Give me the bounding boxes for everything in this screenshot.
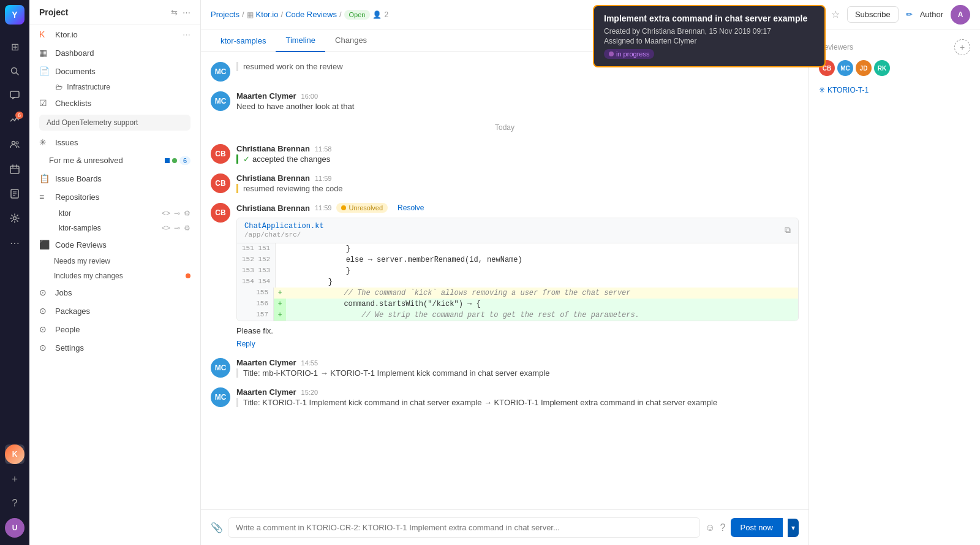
breadcrumb-org-icon: ▦ [247,10,254,19]
line-nums: 155 [237,288,274,299]
copy-icon[interactable]: ⧉ [785,226,791,235]
ktor-logo-icon: K [5,444,24,464]
post-now-button[interactable]: Post now [731,518,783,537]
svg-point-13 [13,217,17,220]
topbar: Projects / ▦ Ktor.io / Code Reviews / Op… [201,0,980,29]
ticket-link-text: KTORIO-T-1 [827,86,869,94]
ktor-project-icon[interactable]: K [5,444,24,464]
comment-input[interactable] [228,517,700,538]
project-more-icon[interactable]: ⋯ [183,30,190,39]
date-divider: Today [201,116,809,139]
sidebar-item-packages[interactable]: ⊙ Packages [29,302,200,320]
people-icon: ⊙ [39,324,50,334]
line-content: // The command `kick` allows removing a … [286,288,798,299]
msg3-author: Christiana Brennan [236,144,310,153]
line-content: else → server.memberRenamed(id, newName) [288,254,798,265]
code-reviews-icon: ⬛ [39,240,50,250]
branch-icon[interactable]: ⊸ [174,209,180,218]
sidebar-repo-ktor-samples[interactable]: ktor-samples <> ⊸ ⚙ [29,221,200,235]
ktorio-ticket-link[interactable]: ✳ KTORIO-T-1 [819,86,970,94]
dot-blue [165,158,170,163]
user-avatar[interactable]: U [5,518,24,538]
sidebar-checklist-tag[interactable]: Add OpenTelemetry support [29,112,200,133]
sidebar-item-for-me[interactable]: For me & unresolved 6 [29,151,200,169]
checklists-label: Checklists [55,99,190,108]
sidebar-item-dashboard[interactable]: ▦ Dashboard [29,44,200,62]
for-me-label: For me & unresolved [49,156,160,165]
line-nums: 157 [237,310,274,321]
sidebar-project-name[interactable]: K Ktor.io ⋯ [29,25,200,44]
msg6-avatar: MC [211,358,230,378]
sidebar-needs-my-review[interactable]: Needs my review [29,254,200,269]
sidebar-repo-ktor[interactable]: ktor <> ⊸ ⚙ [29,206,200,221]
sep3: / [339,10,342,19]
code-line: 151 151 } [237,243,798,254]
post-dropdown-button[interactable]: ▾ [788,519,799,537]
repo-settings-icon2[interactable]: ⚙ [184,224,190,232]
team-rail-icon[interactable] [5,135,24,154]
resolve-link[interactable]: Resolve [398,204,424,212]
chat-rail-icon[interactable] [5,86,24,105]
sidebar-item-checklists[interactable]: ☑ Checklists [29,94,200,112]
tooltip-title: Implement extra command in chat server e… [604,13,815,23]
sidebar-includes-my-changes[interactable]: Includes my changes [29,269,200,283]
tab-changes[interactable]: Changes [325,29,377,52]
help-rail-icon[interactable]: ? [5,494,24,513]
comment-help-icon[interactable]: ? [720,522,726,533]
more-rail-icon[interactable]: ⋯ [5,233,24,253]
home-icon[interactable]: ⊞ [5,37,24,56]
code-icon2[interactable]: <> [162,224,170,232]
breadcrumb-ktor[interactable]: Ktor.io [256,10,279,19]
search-rail-icon[interactable] [5,61,24,81]
code-line: 157 + // We strip the command part to ge… [237,310,798,321]
activity-rail-icon[interactable]: 6 [5,110,24,130]
status-open-badge: Open [344,10,371,20]
msg4-author: Christiana Brennan [236,173,310,183]
expand-sidebar-icon[interactable]: ⇆ [171,8,178,17]
line-sign: + [274,310,286,321]
list-item: CB Christiana Brennan 11:59 resumed revi… [201,169,809,198]
emoji-icon[interactable]: ☺ [705,522,715,533]
msg7-author: Maarten Clymer [236,387,296,397]
msg2-content: Maarten Clymer 16:00 Need to have anothe… [236,91,799,111]
calendar-rail-icon[interactable] [5,159,24,179]
more-sidebar-icon[interactable]: ⋯ [183,8,190,17]
sidebar-item-code-reviews[interactable]: ⬛ Code Reviews [29,235,200,254]
doc-rail-icon[interactable] [5,184,24,204]
add-project-icon[interactable]: ＋ [5,469,24,489]
sidebar-item-jobs[interactable]: ⊙ Jobs [29,283,200,302]
sidebar-item-people[interactable]: ⊙ People [29,320,200,338]
msg5-content: Christiana Brennan 11:59 Unresolved Reso… [236,203,799,348]
sidebar-item-issue-boards[interactable]: 📋 Issue Boards [29,169,200,188]
add-reviewer-button[interactable]: + [954,39,970,55]
sidebar-item-documents[interactable]: 📄 Documents [29,62,200,80]
msg7-header: Maarten Clymer 15:20 [236,387,799,397]
sidebar-item-repositories[interactable]: ≡ Repositories [29,188,200,206]
line-content: } [288,243,798,254]
branch-icon2[interactable]: ⊸ [174,224,180,232]
tab-timeline[interactable]: Timeline [276,29,325,52]
msg2-author: Maarten Clymer [236,91,296,101]
topbar-star-icon[interactable]: ☆ [831,9,840,20]
code-line: 154 154 } [237,276,798,288]
app-logo[interactable]: Y [5,5,24,25]
code-icon[interactable]: <> [162,209,170,218]
breadcrumb-code-reviews[interactable]: Code Reviews [285,10,337,19]
sidebar-header-icons: ⇆ ⋯ [171,8,190,17]
msg3-time: 11:58 [315,145,332,153]
sidebar-item-infrastructure[interactable]: 🗁 Infrastructure [29,80,200,94]
ktor-samples-link[interactable]: ktor-samples [211,30,276,51]
msg3-text: ✓ accepted the changes [243,154,799,164]
repo-settings-icon[interactable]: ⚙ [184,209,190,218]
jobs-icon: ⊙ [39,288,50,297]
sidebar-item-settings[interactable]: ⊙ Settings [29,338,200,357]
settings-rail-icon[interactable] [5,208,24,228]
topbar-edit-icon[interactable]: ✏ [906,10,913,19]
msg7-avatar: MC [211,387,230,407]
attach-icon[interactable]: 📎 [211,522,223,533]
sidebar-item-issues[interactable]: ✳ Issues [29,133,200,151]
breadcrumb-projects[interactable]: Projects [211,10,239,19]
reply-link[interactable]: Reply [236,340,255,348]
subscribe-button[interactable]: Subscribe [847,6,899,23]
dashboard-label: Dashboard [55,48,190,58]
